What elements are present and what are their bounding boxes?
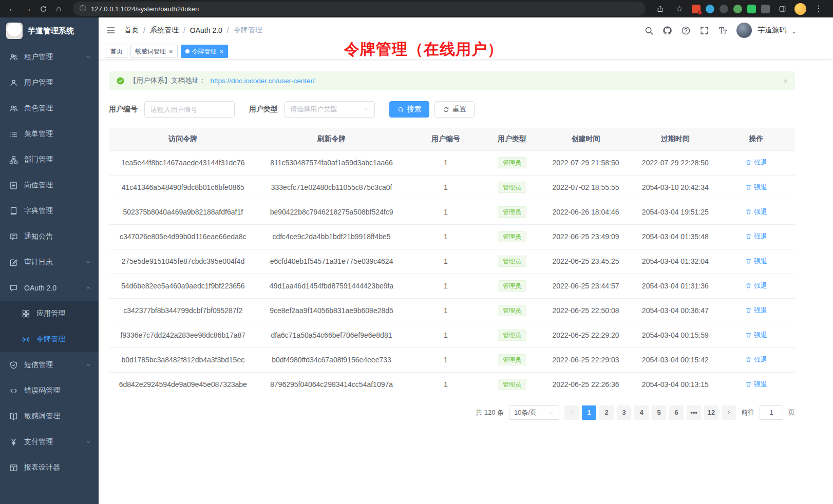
sidebar-item-pay[interactable]: 支付管理 [0, 429, 99, 455]
alert-close-icon[interactable]: × [783, 76, 788, 85]
force-logout-button[interactable]: 强退 [745, 306, 767, 315]
page-button-1[interactable]: 1 [582, 405, 596, 420]
sidebar-item-sensitive-word[interactable]: 敏感词管理 [0, 403, 99, 429]
user-id-input[interactable] [144, 101, 235, 118]
sidebar-item-dict[interactable]: 字典管理 [0, 198, 99, 224]
user-type-select[interactable]: 请选择用户类型 [285, 101, 375, 118]
reset-button[interactable]: 重置 [434, 101, 475, 118]
sidebar-item-dept[interactable]: 部门管理 [0, 147, 99, 172]
table-row: 1ea5e44f8bc1467aaede43144f31de76811c5304… [109, 150, 795, 175]
user-type-tag: 管理员 [498, 329, 526, 341]
force-logout-button[interactable]: 强退 [745, 232, 767, 241]
access-token-cell: 502375b8040a469a9b82188afdf6af1f [109, 200, 257, 224]
breadcrumb-item[interactable]: 首页 [124, 26, 139, 35]
force-logout-button[interactable]: 强退 [745, 331, 767, 340]
page-button-12[interactable]: 12 [704, 405, 718, 420]
sidebar-item-post[interactable]: 岗位管理 [0, 172, 99, 198]
page-button-5[interactable]: 5 [652, 405, 666, 420]
force-logout-button[interactable]: 强退 [745, 158, 767, 167]
force-logout-button[interactable]: 强退 [745, 281, 767, 290]
tab-home[interactable]: 首页 [106, 45, 127, 58]
sidebar-item-oauth2[interactable]: OAuth 2.0 [0, 275, 99, 301]
access-token-cell: 54d6be82ee5a460a9aedc1f9bf223656 [109, 274, 257, 298]
site-info-icon[interactable]: ⓘ [80, 4, 86, 13]
sidebar-item-sms[interactable]: 短信管理 [0, 352, 99, 378]
sidebar-item-menu[interactable]: 菜单管理 [0, 121, 99, 147]
access-token-cell: 275e5de9151045fe87cbdc395e004f4d [109, 249, 257, 274]
access-token-cell: 41c41346a548490f9dc8b01c6bfe0865 [109, 175, 257, 200]
create-time-cell: 2022-06-26 18:04:46 [538, 200, 633, 224]
user-avatar[interactable] [736, 23, 752, 38]
font-size-icon[interactable] [718, 26, 728, 35]
breadcrumb-item[interactable]: OAuth 2.0 [190, 26, 222, 34]
extension-icon[interactable] [692, 5, 701, 13]
sidebar-item-label: 敏感词管理 [24, 412, 91, 421]
share-icon[interactable] [653, 2, 667, 16]
pagination-prev-button[interactable] [564, 405, 579, 420]
page-button-3[interactable]: 3 [617, 405, 631, 420]
tab-close-icon[interactable]: × [220, 48, 224, 55]
doc-link[interactable]: https://doc.iocoder.cn/user-center/ [211, 77, 315, 85]
github-icon[interactable] [662, 26, 672, 35]
sidebar-item-tenant[interactable]: 租户管理 [0, 44, 99, 70]
sidebar-item-audit-log[interactable]: 审计日志 [0, 249, 99, 275]
sidebar-item-role[interactable]: 角色管理 [0, 95, 99, 121]
sidebar-item-oauth2-application[interactable]: 应用管理 [0, 301, 99, 326]
force-logout-button[interactable]: 强退 [745, 183, 767, 192]
page-button-6[interactable]: 6 [669, 405, 684, 420]
browser-url-bar[interactable]: ⓘ 127.0.0.1:1024/system/oauth2/token [73, 2, 646, 16]
tab-label: 令牌管理 [192, 47, 217, 56]
tab-token[interactable]: 令牌管理× [181, 45, 229, 58]
sidebar-item-notice[interactable]: 通知公告 [0, 224, 99, 249]
browser-profile-avatar[interactable] [794, 3, 806, 15]
page-button-2[interactable]: 2 [599, 405, 614, 420]
force-logout-button[interactable]: 强退 [745, 380, 767, 389]
help-icon[interactable] [681, 26, 691, 35]
extension-icon[interactable] [706, 5, 714, 13]
trash-icon [745, 307, 752, 314]
extension-icon[interactable] [733, 5, 742, 13]
sidebar-toggle-icon[interactable] [106, 25, 116, 35]
search-button[interactable]: 搜索 [389, 101, 429, 118]
goto-page-input[interactable] [760, 405, 783, 420]
sidebar-item-report-designer[interactable]: 报表设计器 [0, 455, 99, 480]
expire-time-cell: 2054-03-10 20:42:34 [633, 175, 717, 200]
pagination-next-button[interactable] [722, 405, 736, 420]
yen-icon [9, 438, 18, 447]
table-row: 54d6be82ee5a460a9aedc1f9bf22365649d1aa46… [109, 274, 795, 298]
user-name[interactable]: 芋道源码 [758, 26, 786, 35]
expire-time-cell: 2054-03-04 19:51:25 [633, 200, 717, 224]
edit-icon [9, 258, 18, 267]
table-row: c342377bf8b344799dcbf7bf095287f29ce8ef2a… [109, 298, 795, 323]
page-size-select[interactable]: 10条/页 [509, 405, 559, 420]
page-button-4[interactable]: 4 [634, 405, 649, 420]
bookmark-star-icon[interactable]: ☆ [672, 2, 687, 16]
sidebar-item-user[interactable]: 用户管理 [0, 70, 99, 95]
pagination-ellipsis[interactable]: ••• [687, 405, 701, 420]
user-type-cell: 管理员 [485, 323, 538, 347]
force-logout-label: 强退 [754, 232, 767, 241]
tab-label: 敏感词管理 [135, 47, 166, 56]
breadcrumb-item[interactable]: 系统管理 [150, 26, 179, 35]
force-logout-button[interactable]: 强退 [745, 207, 767, 217]
table-row: 6d842e2924594de9a09e45e087323abe8796295f… [109, 372, 795, 397]
total-count: 共 120 条 [476, 408, 504, 417]
extensions-puzzle-icon[interactable] [747, 5, 756, 13]
force-logout-button[interactable]: 强退 [745, 355, 767, 364]
tab-close-icon[interactable]: × [169, 48, 173, 55]
tab-sensitive-word[interactable]: 敏感词管理× [130, 45, 178, 58]
app-logo[interactable]: 芋道管理系统 [0, 17, 99, 44]
force-logout-button[interactable]: 强退 [745, 257, 767, 266]
side-panel-icon[interactable] [775, 2, 789, 16]
sidebar-item-oauth2-token[interactable]: 令牌管理 [0, 326, 99, 352]
browser-home-button[interactable]: ⌂ [51, 2, 66, 16]
extension-icon[interactable] [761, 5, 770, 13]
browser-reload-button[interactable] [36, 2, 50, 16]
browser-menu-icon[interactable]: ⋮ [811, 2, 826, 16]
extension-icon[interactable] [720, 5, 728, 13]
sidebar-item-error-code[interactable]: 错误码管理 [0, 378, 99, 403]
browser-forward-button[interactable]: → [21, 2, 35, 16]
fullscreen-icon[interactable] [699, 26, 709, 35]
browser-back-button[interactable]: ← [5, 2, 20, 16]
search-icon[interactable] [644, 26, 654, 35]
